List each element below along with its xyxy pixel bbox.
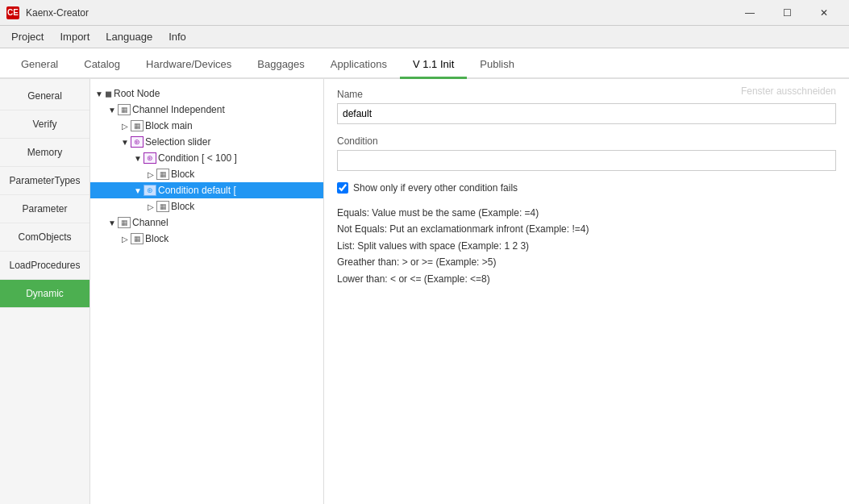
sidebar-item-dynamic[interactable]: Dynamic: [0, 280, 89, 308]
show-only-label: Show only if every other condition fails: [353, 182, 518, 194]
info-line-4: Greather than: > or >= (Example: >5): [337, 254, 836, 270]
titlebar: CE Kaenx-Creator — ☐ ✕: [0, 0, 849, 26]
tree-node-root[interactable]: ▼ ◼ Root Node: [90, 85, 323, 102]
tab-catalog[interactable]: Catalog: [71, 52, 133, 79]
menu-project[interactable]: Project: [3, 27, 52, 46]
tree-node-channel[interactable]: ▼ ▦ Channel: [90, 215, 323, 231]
main-layout: General Verify Memory ParameterTypes Par…: [0, 79, 849, 504]
tab-publish[interactable]: Publish: [467, 52, 527, 79]
close-button[interactable]: ✕: [805, 0, 843, 26]
node-label-sel-slider: Selection slider: [145, 136, 210, 148]
sidebar-item-memory[interactable]: Memory: [0, 139, 89, 167]
right-panel: Fenster ausschneiden Name Condition Show…: [324, 79, 849, 504]
toggle-block-3[interactable]: ▷: [119, 235, 131, 244]
sidebar-item-comobjects[interactable]: ComObjects: [0, 223, 89, 252]
tree-node-block-1[interactable]: ▷ ▦ Block: [90, 166, 323, 182]
node-label-cond-100: Condition [ < 100 ]: [158, 152, 237, 164]
toggle-cond-default[interactable]: ▼: [132, 186, 144, 195]
show-only-checkbox[interactable]: [337, 182, 348, 194]
tree-node-selection-slider[interactable]: ▼ ⊛ Selection slider: [90, 134, 323, 150]
node-label-block-1: Block: [171, 169, 194, 180]
sidebar-item-parametertypes[interactable]: ParameterTypes: [0, 167, 89, 195]
node-label-root: Root Node: [114, 88, 160, 99]
tree-node-cond-100[interactable]: ▼ ⊛ Condition [ < 100 ]: [90, 150, 323, 166]
sidebar-item-verify[interactable]: Verify: [0, 110, 89, 139]
node-label-block-3: Block: [145, 233, 169, 244]
sidebar-item-loadprocedures[interactable]: LoadProcedures: [0, 252, 89, 280]
sidebar-item-parameter[interactable]: Parameter: [0, 195, 89, 223]
info-line-1: Equals: Value must be the same (Example:…: [337, 205, 836, 221]
node-label-cond-default: Condition default [: [158, 185, 236, 196]
node-label-ch-ind: Channel Independent: [132, 104, 225, 115]
tree-panel: ▼ ◼ Root Node ▼ ▦ Channel Independent ▷ …: [90, 79, 324, 504]
app-icon: CE: [6, 6, 19, 19]
toggle-block-2[interactable]: ▷: [145, 202, 156, 211]
titlebar-left: CE Kaenx-Creator: [6, 6, 89, 19]
node-label-block-main: Block main: [145, 120, 193, 131]
toggle-root[interactable]: ▼: [94, 90, 105, 98]
toggle-cond-100[interactable]: ▼: [132, 154, 144, 163]
fenster-placeholder: Fenster ausschneiden: [741, 85, 836, 97]
window-controls: — ☐ ✕: [731, 0, 843, 26]
tree-node-block-main[interactable]: ▷ ▦ Block main: [90, 118, 323, 134]
checkbox-row: Show only if every other condition fails: [337, 182, 836, 194]
tree-node-block-3[interactable]: ▷ ▦ Block: [90, 231, 323, 247]
node-label-channel: Channel: [132, 217, 169, 228]
tab-hardware[interactable]: Hardware/Devices: [133, 52, 244, 79]
maximize-button[interactable]: ☐: [768, 0, 805, 26]
tab-v11init[interactable]: V 1.1 Init: [400, 52, 467, 79]
name-input[interactable]: [337, 103, 836, 124]
info-line-2: Not Equals: Put an exclamationmark infro…: [337, 221, 836, 237]
toggle-block-1[interactable]: ▷: [145, 170, 156, 179]
menu-info[interactable]: Info: [160, 27, 194, 46]
node-label-block-2: Block: [171, 201, 194, 212]
tab-applications[interactable]: Applications: [318, 52, 400, 79]
toggle-channel[interactable]: ▼: [106, 219, 118, 227]
tab-general[interactable]: General: [8, 52, 71, 79]
toggle-block-main[interactable]: ▷: [119, 122, 131, 131]
top-tabs: General Catalog Hardware/Devices Baggage…: [0, 48, 849, 79]
condition-input[interactable]: [337, 150, 836, 171]
tree-node-channel-independent[interactable]: ▼ ▦ Channel Independent: [90, 102, 323, 118]
info-line-3: List: Split values with space (Example: …: [337, 238, 836, 254]
menu-language[interactable]: Language: [98, 27, 160, 46]
tree-node-block-2[interactable]: ▷ ▦ Block: [90, 198, 323, 215]
info-text: Equals: Value must be the same (Example:…: [337, 205, 836, 287]
info-line-5: Lower than: < or <= (Example: <=8): [337, 271, 836, 287]
sidebar: General Verify Memory ParameterTypes Par…: [0, 79, 90, 504]
menu-import[interactable]: Import: [52, 27, 98, 46]
tree-node-cond-default[interactable]: ▼ ⊛ Condition default [: [90, 182, 323, 198]
app-title: Kaenx-Creator: [26, 7, 89, 19]
sidebar-item-general[interactable]: General: [0, 82, 89, 110]
tab-baggages[interactable]: Baggages: [244, 52, 318, 79]
condition-field-group: Condition: [337, 135, 836, 171]
condition-label: Condition: [337, 135, 836, 147]
toggle-sel-slider[interactable]: ▼: [119, 138, 131, 147]
menubar: Project Import Language Info: [0, 26, 849, 48]
minimize-button[interactable]: —: [731, 0, 768, 26]
toggle-ch-ind[interactable]: ▼: [106, 106, 118, 115]
